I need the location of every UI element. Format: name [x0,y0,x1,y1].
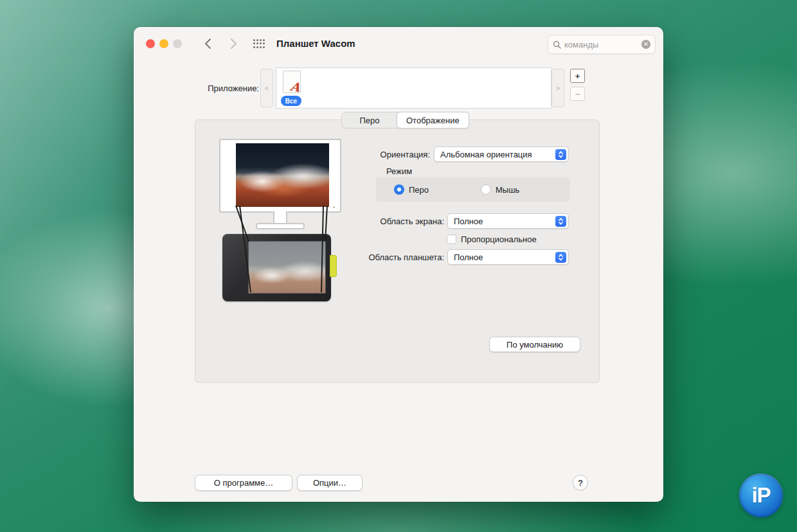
screen-area-label: Область экрана: [316,217,444,226]
iphones-ru-logo: iP [739,474,783,517]
select-stepper-icon [555,216,566,227]
application-label: Приложение: [134,84,259,93]
app-item-badge: Все [281,96,301,106]
search-field[interactable]: команды ✕ [548,35,656,54]
chevron-left-icon [204,38,211,49]
monitor-stand-neck [273,211,287,224]
help-button[interactable]: ? [573,475,588,490]
select-stepper-icon [555,252,566,263]
forward-button[interactable] [226,36,240,51]
about-button[interactable]: О программе… [195,475,292,491]
application-list[interactable]: A Все [276,67,551,109]
app-scroll-right-button[interactable]: > [551,69,564,107]
tool-tabs: Перо Отображение [341,112,469,129]
radio-mouse[interactable]: Мышь [481,184,519,195]
mode-label: Режим [386,166,412,176]
mode-radio-group: Перо Мышь [376,177,570,202]
app-scroll-left-button[interactable]: < [260,69,273,107]
tab-mapping[interactable]: Отображение [397,112,469,129]
tablet-area-label: Область планшета: [296,253,444,262]
select-stepper-icon [555,149,566,160]
orientation-select[interactable]: Альбомная ориентация [434,146,569,162]
clear-search-icon[interactable]: ✕ [641,40,650,49]
default-button[interactable]: По умолчанию [489,337,580,352]
proportional-checkbox[interactable] [447,235,456,244]
monitor-stand-base [256,223,305,229]
radio-pen[interactable]: Перо [394,184,429,195]
tablet-active-area-image [248,241,326,294]
all-applications-icon: A [283,71,301,93]
tab-pen[interactable]: Перо [342,112,397,128]
mapping-panel: Ориентация: Альбомная ориентация Режим П… [195,120,600,383]
zoom-window-button [173,39,182,48]
remove-application-button[interactable]: − [570,87,585,101]
app-item-all[interactable]: A Все [281,70,304,106]
monitor-led [333,206,335,208]
proportional-label: Пропорциональное [461,235,537,244]
add-application-button[interactable]: + [570,69,585,83]
orientation-label: Ориентация: [301,150,430,159]
tablet-illustration [222,234,331,301]
close-window-button[interactable] [146,39,155,48]
tablet-area-select[interactable]: Полное [447,249,569,265]
search-icon [553,40,561,49]
back-button[interactable] [201,36,215,51]
radio-unselected-icon [481,184,491,195]
minimize-window-button[interactable] [159,39,168,48]
radio-selected-icon [394,184,404,195]
window-title: Планшет Wacom [276,38,355,49]
chevron-right-icon [230,38,237,49]
show-all-grid-icon[interactable] [253,39,265,49]
screen-area-select[interactable]: Полное [447,213,569,229]
options-button[interactable]: Опции… [297,475,363,491]
search-input-text[interactable]: команды [564,40,641,49]
